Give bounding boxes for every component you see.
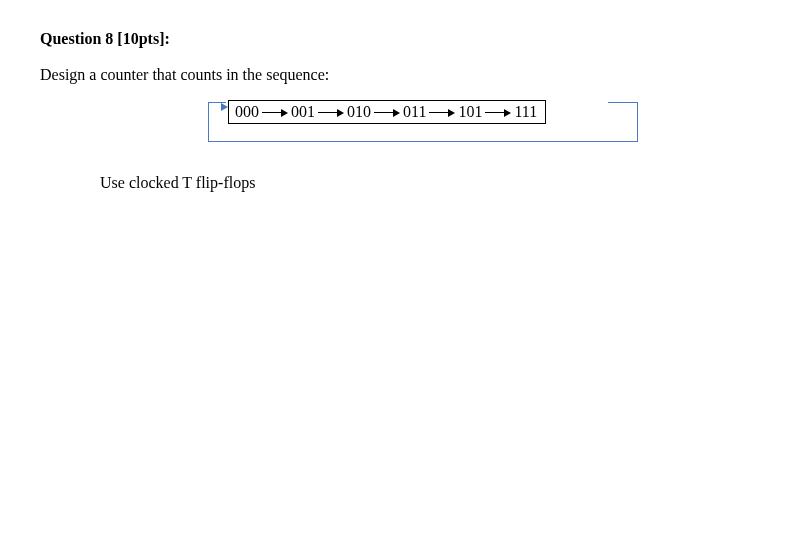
state-value: 011 [403, 103, 426, 121]
state-value: 001 [291, 103, 315, 121]
question-page: Question 8 [10pts]: Design a counter tha… [0, 0, 792, 222]
question-prompt: Design a counter that counts in the sequ… [40, 66, 752, 84]
instruction-note: Use clocked T flip-flops [100, 174, 752, 192]
state-sequence-diagram: 000 001 010 011 101 111 [208, 100, 768, 170]
arrow-icon [429, 107, 455, 117]
state-value: 010 [347, 103, 371, 121]
state-value: 101 [458, 103, 482, 121]
arrow-icon [485, 107, 511, 117]
state-sequence-box: 000 001 010 011 101 111 [228, 100, 546, 124]
question-heading: Question 8 [10pts]: [40, 30, 752, 48]
arrow-icon [262, 107, 288, 117]
state-value: 000 [235, 103, 259, 121]
state-value: 111 [514, 103, 537, 121]
arrow-icon [374, 107, 400, 117]
arrow-icon [318, 107, 344, 117]
